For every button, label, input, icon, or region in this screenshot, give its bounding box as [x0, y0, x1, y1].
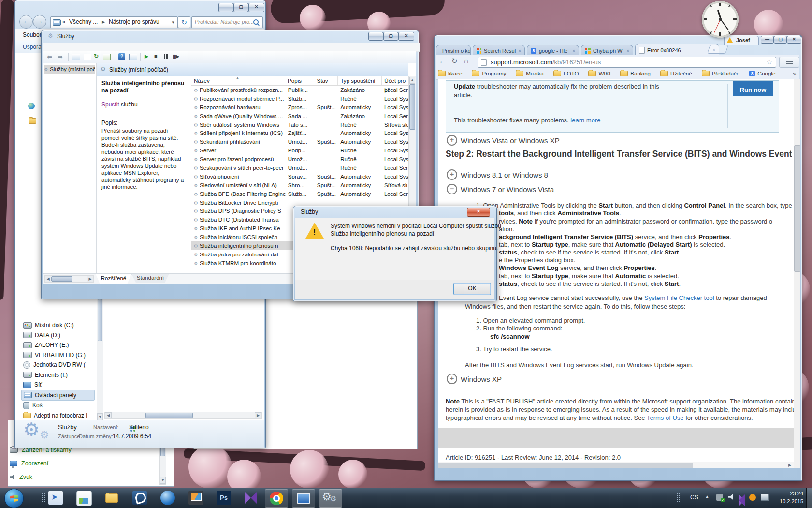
home-icon[interactable]: ⌂ [464, 57, 468, 65]
properties-icon[interactable] [84, 54, 91, 60]
refresh-button[interactable]: ↻ [178, 16, 190, 28]
scroll-down-icon[interactable]: ▼ [160, 477, 166, 484]
table-row[interactable]: ⚙Sdílení připojení k Internetu (ICS) Zaj… [191, 129, 408, 137]
kmplayer-tray-icon[interactable] [739, 494, 745, 501]
console-tree-root[interactable]: ⚙ Služby (místní poč [44, 65, 95, 74]
taskbar-photo-manager-icon[interactable] [188, 491, 203, 505]
search-icon[interactable] [253, 19, 259, 25]
tab-rozsirene[interactable]: Rozšířené [96, 274, 131, 284]
tabs-hscrollbar[interactable]: ◀ ▶ [44, 275, 94, 283]
bookmark-item[interactable]: WIKI [588, 71, 610, 76]
reload-icon[interactable]: ↻ [451, 57, 458, 65]
expander-icon[interactable]: + [447, 374, 457, 384]
menu-file[interactable]: Soubor [23, 31, 42, 38]
col-stav[interactable]: Stav [314, 76, 338, 85]
breadcrumb[interactable]: « Všechny ... ▶ Nástroje pro správu ▼ [50, 16, 178, 28]
expander-icon[interactable]: + [447, 135, 457, 146]
refresh-icon[interactable]: ↻ [94, 53, 99, 60]
bookmark-star-icon[interactable]: ☆ [766, 58, 772, 66]
content-hscrollbar[interactable]: ◀ ▶ [104, 412, 262, 419]
back-icon[interactable]: ← [439, 57, 446, 65]
start-button[interactable] [4, 489, 24, 508]
scroll-left-icon[interactable]: ◀ [105, 412, 112, 418]
close-button[interactable]: ✕ [467, 208, 490, 217]
page-vscrollbar[interactable] [794, 79, 800, 468]
sidebar-tree-item[interactable]: Ovládací panely [21, 390, 95, 401]
taskbar-remote-access-icon[interactable]: ➤ [48, 491, 63, 505]
table-row[interactable]: ⚙Síťová připojení Sprav... Spušt... Auto… [191, 172, 408, 181]
col-typ[interactable]: Typ spouštění [338, 76, 382, 85]
expander-icon[interactable]: − [447, 184, 457, 194]
stop-service-icon[interactable]: ■ [154, 53, 158, 59]
forward-icon[interactable]: ➡ [58, 53, 63, 60]
forward-button[interactable]: → [33, 15, 46, 29]
start-service-link[interactable]: Spustit [102, 101, 119, 108]
table-row[interactable]: ⚙Server pro řazení podprocesů Umož... Ru… [191, 155, 408, 164]
close-button[interactable]: ✕ [787, 36, 801, 44]
tab-close-icon[interactable]: × [518, 48, 521, 54]
learn-more-link[interactable]: learn more [570, 117, 600, 124]
export-list-icon[interactable] [103, 54, 111, 60]
maximize-button[interactable]: ▢ [233, 3, 248, 12]
sidebar-tree-item[interactable]: Síť [21, 380, 95, 390]
table-row[interactable]: ⚙Sekundární přihlašování Umož... Spušt..… [191, 137, 408, 146]
taskbar-google-earth-icon[interactable] [160, 491, 175, 505]
section-expander[interactable]: + Windows 8.1 or Windows 8 [447, 169, 548, 180]
bookmark-item[interactable]: likace [438, 71, 462, 76]
sidebar-tree-item[interactable]: Jednotka DVD RW ( [21, 360, 95, 370]
sidebar-tree-item[interactable]: ZALOHY (E:) [21, 340, 95, 350]
minimize-button[interactable]: — [218, 3, 233, 12]
bookmarks-overflow-chevron[interactable]: » [793, 70, 796, 77]
scroll-right-icon[interactable]: ▶ [255, 412, 261, 418]
sidebar-tree-item[interactable]: VERBATIM HD (G:) [21, 350, 95, 360]
taskbar-display-settings-button[interactable] [292, 489, 315, 508]
taskbar-chrome-button[interactable] [265, 489, 288, 508]
bookmark-item[interactable]: Užitečné [660, 71, 692, 76]
col-ucet[interactable]: Účet pro př [382, 76, 408, 85]
taskbar-clock[interactable]: 23:24 10.2.2015 [772, 490, 803, 505]
scroll-down-icon[interactable]: ▼ [97, 413, 103, 420]
minimize-button[interactable]: — [761, 36, 774, 44]
close-button[interactable]: ✕ [398, 32, 414, 41]
new-tab-button[interactable] [707, 45, 728, 54]
bookmark-item[interactable]: Muzika [516, 71, 543, 76]
table-row[interactable]: ⚙Publikování prostředků rozpozn... Publi… [191, 86, 408, 94]
bookmark-item[interactable]: Banking [620, 71, 651, 76]
table-row[interactable]: ⚙Služba BFE (Base Filtering Engine) Služ… [191, 190, 408, 198]
bookmark-item[interactable]: Překladače [702, 71, 740, 76]
control-panel-item[interactable]: Zvuk [10, 470, 72, 484]
scroll-left-icon[interactable]: ◀ [45, 276, 51, 282]
back-icon[interactable]: ⬅ [47, 53, 52, 60]
show-window-icon[interactable] [129, 54, 137, 60]
bookmark-item[interactable]: FOTO [553, 71, 579, 76]
sidebar-tree-item[interactable]: Místní disk (C:) [21, 320, 95, 330]
table-row[interactable]: ⚙Sada qWave (Quality Windows ... Sada ..… [191, 112, 408, 120]
sidebar-tree-item[interactable]: Koš [21, 401, 95, 411]
breadcrumb-current[interactable]: Nástroje pro správu [109, 18, 160, 25]
table-row[interactable]: ⚙Seskupování v sítích peer-to-peer Umož.… [191, 164, 408, 172]
minimize-button[interactable]: — [368, 32, 383, 41]
taskbar-openoffice-icon[interactable] [132, 491, 147, 505]
section-expander[interactable]: + Windows Vista or Windows XP [447, 135, 560, 146]
maximize-button[interactable]: ▢ [774, 36, 787, 44]
tab-close-icon[interactable]: × [626, 48, 629, 54]
scroll-up-icon[interactable]: ▲ [409, 77, 415, 84]
table-row[interactable]: ⚙Rozpoznávání hardwaru Zpros... Spušt...… [191, 103, 408, 112]
language-indicator[interactable]: CS [690, 494, 698, 501]
maximize-button[interactable]: ▢ [383, 32, 398, 41]
omnibox[interactable]: support.microsoft.com/kb/916251/en-us ☆ [478, 57, 776, 68]
restart-service-icon[interactable]: ▮▶ [173, 53, 180, 60]
show-desktop-button[interactable] [806, 488, 812, 508]
close-button[interactable]: ✕ [248, 3, 264, 12]
back-button[interactable]: ← [19, 15, 33, 29]
menu-button[interactable] [779, 57, 799, 68]
quicklaunch-handle[interactable] [42, 493, 45, 503]
table-row[interactable]: ⚙Sledování umístění v síti (NLA) Shro...… [191, 181, 408, 190]
show-tree-icon[interactable] [72, 54, 80, 60]
taskbar-kmplayer-icon[interactable] [244, 491, 258, 505]
control-panel-item[interactable]: Zobrazení [10, 457, 72, 470]
taskbar-services-button[interactable]: ⚙⚙ [319, 489, 342, 508]
network-tray-icon[interactable] [761, 494, 769, 501]
table-row[interactable]: ⚙Rozpoznávací modul sběrnice P... Služb.… [191, 94, 408, 103]
taskbar-photoshop-icon[interactable]: Ps [217, 491, 231, 505]
